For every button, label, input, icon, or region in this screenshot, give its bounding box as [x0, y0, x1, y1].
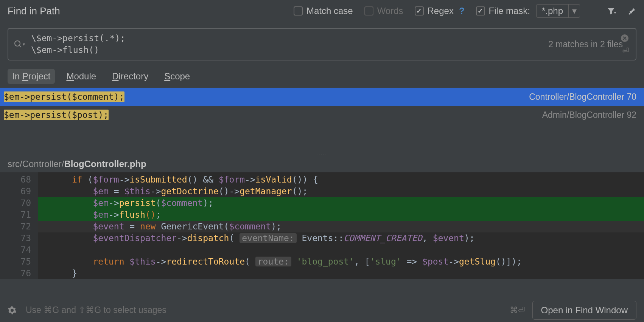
- code-line: return $this->redirectToRoute( route: 'b…: [38, 256, 644, 268]
- search-options: Match case Words Regex ? File mask: *.ph…: [294, 4, 636, 18]
- code-line: $eventDispatcher->dispatch( eventName: E…: [38, 232, 644, 244]
- scope-tabs: In Project Module Directory Scope: [0, 60, 644, 88]
- file-mask-value: *.php: [537, 6, 568, 16]
- search-input[interactable]: \$em->persist(.*); \$em->flush(): [31, 33, 548, 56]
- code-body[interactable]: if ($form->isSubmitted() && $form->isVal…: [38, 172, 644, 279]
- dialog-title: Find in Path: [8, 5, 294, 17]
- code-line: $event = new GenericEvent($comment);: [38, 221, 644, 232]
- search-status: 2 matches in 2 files: [548, 39, 623, 50]
- results-list: $em->persist($comment); Controller/BlogC…: [0, 88, 644, 151]
- chevron-down-icon[interactable]: ▾: [568, 5, 580, 17]
- chevron-down-icon: ▾: [614, 11, 616, 15]
- code-preview[interactable]: 68 69 70 71 72 73 74 75 76 if ($form->is…: [0, 172, 644, 279]
- result-row[interactable]: $em->persist($comment); Controller/BlogC…: [0, 88, 644, 106]
- tab-in-project[interactable]: In Project: [8, 69, 55, 84]
- dialog-header: Find in Path Match case Words Regex ? Fi…: [0, 0, 644, 22]
- checkbox-icon[interactable]: [415, 6, 424, 15]
- code-line: $em = $this->getDoctrine()->getManager()…: [38, 186, 644, 197]
- result-row[interactable]: $em->persist($post); Admin/BlogControlle…: [0, 106, 644, 124]
- regex-label: Regex: [428, 6, 454, 16]
- svg-line-1: [19, 45, 21, 47]
- dialog-footer: Use ⌘G and ⇧⌘G to select usages ⌘⏎ Open …: [0, 298, 644, 322]
- preview-file-path: src/Controller/BlogController.php: [0, 156, 644, 172]
- code-line: }: [38, 268, 644, 279]
- match-case-option[interactable]: Match case: [294, 6, 353, 16]
- file-mask-option[interactable]: File mask: *.php ▾: [476, 4, 580, 18]
- code-line: $em->persist($comment);: [38, 197, 644, 209]
- search-icon[interactable]: ▾: [14, 40, 25, 49]
- tab-directory[interactable]: Directory: [107, 69, 153, 84]
- footer-shortcut: ⌘⏎: [510, 305, 525, 315]
- words-label: Words: [377, 6, 403, 16]
- code-line: [38, 244, 644, 256]
- words-option[interactable]: Words: [364, 6, 403, 16]
- match-case-label: Match case: [306, 6, 353, 16]
- result-match: $em->persist($post);: [4, 110, 542, 120]
- svg-point-0: [15, 41, 20, 46]
- clear-icon[interactable]: [621, 34, 629, 42]
- splitter-handle[interactable]: ·····: [0, 151, 644, 156]
- checkbox-icon[interactable]: [364, 6, 373, 15]
- enter-icon: ⏎: [622, 46, 629, 56]
- result-location: Controller/BlogController 70: [529, 92, 636, 102]
- checkbox-icon[interactable]: [294, 6, 303, 15]
- help-icon[interactable]: ?: [459, 6, 465, 16]
- footer-hint: Use ⌘G and ⇧⌘G to select usages: [26, 305, 510, 315]
- pin-icon[interactable]: [627, 6, 636, 15]
- tab-scope[interactable]: Scope: [160, 69, 194, 84]
- gutter: 68 69 70 71 72 73 74 75 76: [0, 172, 38, 279]
- result-location: Admin/BlogController 92: [542, 110, 636, 120]
- result-match: $em->persist($comment);: [4, 92, 529, 102]
- chevron-down-icon[interactable]: ▾: [23, 42, 25, 47]
- search-input-box[interactable]: ▾ \$em->persist(.*); \$em->flush() 2 mat…: [8, 28, 636, 60]
- checkbox-icon[interactable]: [476, 6, 485, 15]
- file-mask-label: File mask:: [489, 6, 530, 16]
- gear-icon[interactable]: [8, 306, 17, 315]
- code-line: $em->flush();: [38, 209, 644, 221]
- regex-option[interactable]: Regex ?: [415, 6, 465, 16]
- file-mask-select[interactable]: *.php ▾: [536, 4, 580, 18]
- tab-module[interactable]: Module: [62, 69, 101, 84]
- filter-button[interactable]: ▾: [607, 6, 616, 15]
- open-find-window-button[interactable]: Open in Find Window: [532, 301, 636, 320]
- code-line: if ($form->isSubmitted() && $form->isVal…: [38, 174, 644, 186]
